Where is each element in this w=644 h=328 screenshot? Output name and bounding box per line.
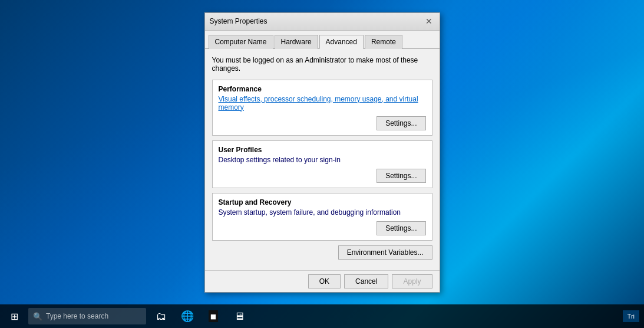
tab-hardware[interactable]: Hardware (275, 35, 318, 49)
taskbar: ⊞ 🔍 Type here to search 🗂 🌐 ■ 🖥 Tri (0, 304, 644, 328)
startup-recovery-section: Startup and Recovery System startup, sys… (212, 193, 432, 241)
performance-section: Performance Visual effects, processor sc… (212, 80, 432, 136)
dialog-close-button[interactable]: ✕ (423, 15, 435, 27)
start-button[interactable]: ⊞ (0, 304, 28, 328)
taskbar-icon-browser[interactable]: 🌐 (174, 304, 200, 328)
dialog-overlay: System Properties ✕ Computer Name Hardwa… (0, 0, 644, 304)
apply-button[interactable]: Apply (392, 274, 432, 288)
startup-recovery-description: System startup, system failure, and debu… (219, 208, 426, 217)
tab-bar: Computer Name Hardware Advanced Remote (205, 31, 440, 49)
dialog-footer: OK Cancel Apply (205, 270, 440, 292)
startup-recovery-title: Startup and Recovery (219, 198, 426, 206)
browser-icon: 🌐 (181, 310, 194, 323)
taskbar-notification-area: Tri (623, 310, 644, 322)
user-profiles-settings-button[interactable]: Settings... (377, 169, 425, 183)
environment-variables-button[interactable]: Environment Variables... (338, 245, 432, 260)
files-icon: 🗂 (156, 310, 167, 323)
dialog-titlebar: System Properties ✕ (205, 13, 440, 31)
performance-btn-row: Settings... (219, 116, 426, 130)
taskbar-icon-terminal[interactable]: ■ (200, 304, 226, 328)
taskbar-icon-files[interactable]: 🗂 (148, 304, 174, 328)
cancel-button[interactable]: Cancel (344, 274, 388, 288)
env-variables-row: Environment Variables... (212, 245, 432, 260)
startup-recovery-btn-row: Settings... (219, 221, 426, 235)
start-icon: ⊞ (11, 311, 18, 322)
search-icon: 🔍 (33, 312, 42, 321)
taskbar-icons: 🗂 🌐 ■ 🖥 (148, 304, 252, 328)
user-profiles-btn-row: Settings... (219, 169, 426, 183)
user-profiles-description: Desktop settings related to your sign-in (219, 156, 426, 164)
taskbar-search[interactable]: 🔍 Type here to search (28, 308, 146, 324)
performance-description: Visual effects, processor scheduling, me… (219, 95, 426, 111)
dialog-title: System Properties (210, 17, 423, 25)
app-icon: 🖥 (234, 310, 245, 323)
taskbar-icon-app[interactable]: 🖥 (226, 304, 252, 328)
performance-title: Performance (219, 85, 426, 93)
admin-notice: You must be logged on as an Administrato… (212, 55, 432, 74)
tab-computer-name[interactable]: Computer Name (209, 35, 273, 49)
ok-button[interactable]: OK (308, 274, 341, 288)
desktop: System Properties ✕ Computer Name Hardwa… (0, 0, 644, 328)
startup-recovery-settings-button[interactable]: Settings... (377, 221, 425, 235)
terminal-icon: ■ (209, 310, 218, 322)
tab-remote[interactable]: Remote (365, 35, 402, 49)
notification-badge[interactable]: Tri (623, 310, 639, 322)
user-profiles-section: User Profiles Desktop settings related t… (212, 140, 432, 188)
tab-advanced[interactable]: Advanced (319, 35, 364, 49)
system-properties-dialog: System Properties ✕ Computer Name Hardwa… (204, 12, 440, 293)
performance-settings-button[interactable]: Settings... (377, 116, 425, 130)
search-placeholder: Type here to search (46, 312, 108, 320)
dialog-content: You must be logged on as an Administrato… (205, 49, 440, 270)
user-profiles-title: User Profiles (219, 146, 426, 154)
